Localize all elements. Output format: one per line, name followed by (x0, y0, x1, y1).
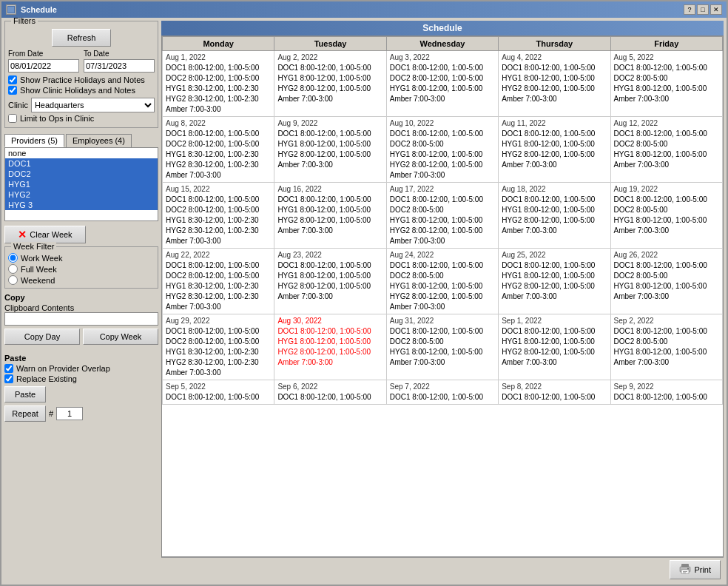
clear-week-button[interactable]: ✕ Clear Week (4, 226, 86, 243)
calendar-cell[interactable]: Aug 12, 2022DOC1 8:00-12:00, 1:00-5:00DO… (610, 117, 722, 183)
print-button[interactable]: Print (670, 560, 721, 579)
filters-content: Refresh From Date To Date Show P (8, 23, 155, 123)
close-button[interactable]: ✕ (710, 4, 722, 15)
calendar-body: Aug 1, 2022DOC1 8:00-12:00, 1:00-5:00DOC… (163, 51, 723, 405)
tab-employees[interactable]: Employees (4) (66, 134, 132, 147)
calendar-cell[interactable]: Aug 10, 2022DOC1 8:00-12:00, 1:00-5:00DO… (386, 117, 498, 183)
calendar-cell[interactable]: Sep 6, 2022DOC1 8:00-12:00, 1:00-5:00 (274, 380, 386, 405)
calendar-cell[interactable]: Sep 2, 2022DOC1 8:00-12:00, 1:00-5:00DOC… (610, 314, 722, 380)
calendar-cell[interactable]: Aug 4, 2022DOC1 8:00-12:00, 1:00-5:00HYG… (499, 51, 610, 117)
calendar-cell[interactable]: Aug 3, 2022DOC1 8:00-12:00, 1:00-5:00DOC… (386, 51, 498, 117)
provider-item-doc2[interactable]: DOC2 (5, 169, 158, 179)
cell-schedule-line: Amber 7:00-3:00 (166, 236, 271, 246)
cell-schedule-line: HYG2 8:00-12:00, 1:00-5:00 (502, 84, 607, 94)
calendar-cell[interactable]: Aug 29, 2022DOC1 8:00-12:00, 1:00-5:00DO… (163, 314, 274, 380)
cell-schedule-line: DOC1 8:00-12:00, 1:00-5:00 (277, 63, 382, 73)
from-date-group: From Date (8, 50, 79, 73)
cell-date: Aug 8, 2022 (166, 118, 271, 128)
limit-checkbox[interactable] (8, 114, 17, 123)
cell-schedule-line: Amber 7:00-3:00 (502, 226, 607, 236)
cell-schedule-line: DOC1 8:00-12:00, 1:00-5:00 (390, 326, 495, 337)
calendar-cell[interactable]: Aug 31, 2022DOC1 8:00-12:00, 1:00-5:00DO… (386, 314, 498, 380)
header-row: Monday Tuesday Wednesday Thursday Friday (163, 37, 723, 51)
calendar-cell[interactable]: Sep 8, 2022DOC1 8:00-12:00, 1:00-5:00 (499, 380, 610, 405)
provider-item-none[interactable]: none (5, 148, 158, 158)
to-date-input[interactable] (84, 59, 155, 73)
cell-date: Aug 30, 2022 (277, 316, 382, 326)
col-wednesday: Wednesday (386, 37, 498, 51)
calendar-cell[interactable]: Aug 17, 2022DOC1 8:00-12:00, 1:00-5:00DO… (386, 183, 498, 249)
table-row: Aug 1, 2022DOC1 8:00-12:00, 1:00-5:00DOC… (163, 51, 723, 117)
copy-week-button[interactable]: Copy Week (83, 329, 158, 345)
cell-schedule-line: HYG1 8:00-12:00, 1:00-5:00 (277, 139, 382, 149)
calendar-cell[interactable]: Aug 19, 2022DOC1 8:00-12:00, 1:00-5:00DO… (610, 183, 722, 249)
warn-overlap-checkbox[interactable] (4, 364, 13, 373)
cell-schedule-line: HYG2 8:00-12:00, 1:00-5:00 (502, 347, 607, 357)
work-week-radio[interactable] (8, 253, 18, 263)
repeat-button[interactable]: Repeat (4, 405, 46, 422)
clipboard-input[interactable] (4, 312, 158, 326)
cell-schedule-line: Amber 7:00-3:00 (166, 104, 271, 115)
cell-schedule-line: HYG1 8:00-12:00, 1:00-5:00 (390, 215, 495, 226)
cell-schedule-line: DOC1 8:00-12:00, 1:00-5:00 (277, 129, 382, 139)
calendar-cell[interactable]: Aug 5, 2022DOC1 8:00-12:00, 1:00-5:00DOC… (610, 51, 722, 117)
cell-schedule-line: DOC2 8:00-12:00, 1:00-5:00 (166, 205, 271, 215)
cell-schedule-line: Amber 7:00-3:00 (166, 302, 271, 312)
calendar-cell[interactable]: Aug 1, 2022DOC1 8:00-12:00, 1:00-5:00DOC… (163, 51, 274, 117)
copy-day-button[interactable]: Copy Day (4, 329, 80, 345)
x-icon: ✕ (18, 229, 27, 240)
cell-schedule-line: DOC1 8:00-12:00, 1:00-5:00 (166, 195, 271, 205)
calendar-cell[interactable]: Aug 2, 2022DOC1 8:00-12:00, 1:00-5:00HYG… (274, 51, 386, 117)
show-practice-label: Show Practice Holidays and Notes (20, 75, 145, 84)
cell-date: Sep 8, 2022 (502, 382, 607, 391)
calendar-cell[interactable]: Aug 8, 2022DOC1 8:00-12:00, 1:00-5:00DOC… (163, 117, 274, 183)
paste-label: Paste (4, 354, 158, 363)
calendar-cell[interactable]: Sep 7, 2022DOC1 8:00-12:00, 1:00-5:00 (386, 380, 498, 405)
provider-item-hyg3[interactable]: HYG 3 (5, 200, 158, 210)
paste-button[interactable]: Paste (4, 386, 46, 403)
cell-date: Aug 4, 2022 (502, 53, 607, 62)
calendar-cell[interactable]: Aug 26, 2022DOC1 8:00-12:00, 1:00-5:00DO… (610, 249, 722, 314)
title-bar-left: Schedule (6, 4, 57, 15)
print-label: Print (694, 565, 711, 574)
maximize-button[interactable]: □ (697, 4, 709, 15)
provider-item-doc1[interactable]: DOC1 (5, 158, 158, 169)
full-week-radio[interactable] (8, 264, 18, 274)
help-button[interactable]: ? (684, 4, 695, 15)
calendar-cell[interactable]: Aug 18, 2022DOC1 8:00-12:00, 1:00-5:00HY… (499, 183, 610, 249)
cell-date: Aug 5, 2022 (614, 53, 719, 62)
calendar-cell[interactable]: Aug 23, 2022DOC1 8:00-12:00, 1:00-5:00HY… (274, 249, 386, 314)
show-practice-checkbox[interactable] (8, 75, 17, 84)
replace-existing-checkbox[interactable] (4, 374, 13, 383)
cell-schedule-line: HYG2 8:00-12:00, 1:00-5:00 (502, 215, 607, 226)
calendar-cell[interactable]: Aug 15, 2022DOC1 8:00-12:00, 1:00-5:00DO… (163, 183, 274, 249)
clinic-row: Clinic Headquarters (8, 98, 155, 112)
clinic-select[interactable]: Headquarters (31, 98, 155, 112)
calendar-cell[interactable]: Sep 5, 2022DOC1 8:00-12:00, 1:00-5:00 (163, 380, 274, 405)
full-week-label: Full Week (21, 265, 57, 274)
svg-point-7 (687, 568, 689, 570)
cell-schedule-line: DOC1 8:00-12:00, 1:00-5:00 (502, 63, 607, 73)
provider-item-hyg2[interactable]: HYG2 (5, 189, 158, 200)
to-date-label: To Date (84, 50, 155, 58)
calendar-cell[interactable]: Aug 24, 2022DOC1 8:00-12:00, 1:00-5:00DO… (386, 249, 498, 314)
calendar-cell[interactable]: Aug 11, 2022DOC1 8:00-12:00, 1:00-5:00HY… (499, 117, 610, 183)
calendar-cell[interactable]: Aug 16, 2022DOC1 8:00-12:00, 1:00-5:00HY… (274, 183, 386, 249)
calendar-cell[interactable]: Aug 9, 2022DOC1 8:00-12:00, 1:00-5:00HYG… (274, 117, 386, 183)
show-clinic-checkbox[interactable] (8, 86, 17, 95)
calendar-cell[interactable]: Sep 9, 2022DOC1 8:00-12:00, 1:00-5:00 (610, 380, 722, 405)
repeat-number-input[interactable] (56, 407, 83, 420)
calendar-cell[interactable]: Aug 22, 2022DOC1 8:00-12:00, 1:00-5:00DO… (163, 249, 274, 314)
cell-schedule-line: Amber 7:00-3:00 (390, 94, 495, 104)
refresh-button[interactable]: Refresh (52, 29, 111, 47)
calendar-cell[interactable]: Sep 1, 2022DOC1 8:00-12:00, 1:00-5:00HYG… (499, 314, 610, 380)
calendar-table-wrapper[interactable]: Monday Tuesday Wednesday Thursday Friday… (161, 36, 724, 557)
weekend-radio[interactable] (8, 275, 18, 285)
calendar-cell[interactable]: Aug 25, 2022DOC1 8:00-12:00, 1:00-5:00HY… (499, 249, 610, 314)
provider-item-hyg1[interactable]: HYG1 (5, 179, 158, 189)
tab-providers[interactable]: Providers (5) (4, 134, 64, 147)
cell-date: Aug 25, 2022 (502, 250, 607, 260)
calendar-cell[interactable]: Aug 30, 2022DOC1 8:00-12:00, 1:00-5:00HY… (274, 314, 386, 380)
work-week-row: Work Week (8, 253, 155, 263)
from-date-input[interactable] (8, 59, 79, 73)
